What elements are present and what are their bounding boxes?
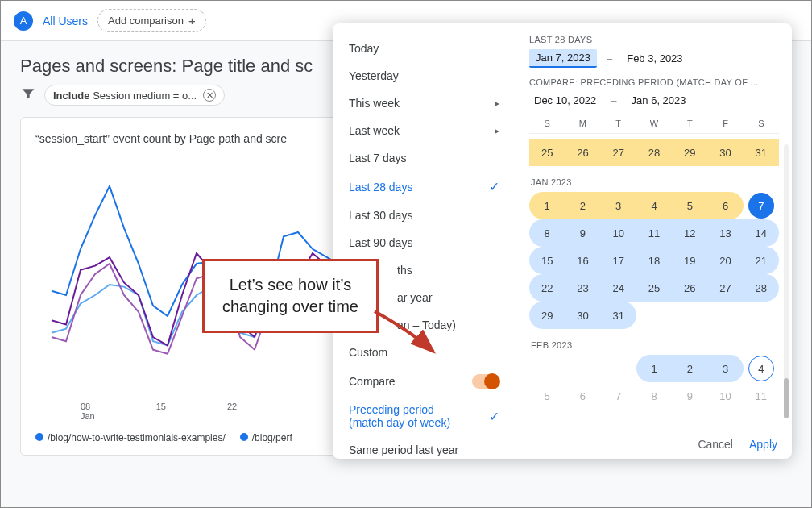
cal-day[interactable]: 8: [636, 382, 672, 410]
cal-day[interactable]: 6: [707, 192, 743, 219]
cal-day[interactable]: 5: [529, 382, 565, 410]
callout-line-1: Let’s see how it’s: [222, 274, 358, 296]
cal-day[interactable]: 3: [601, 192, 636, 219]
check-icon: ✓: [489, 179, 499, 194]
compare-toggle[interactable]: [472, 374, 499, 389]
cal-day[interactable]: 29: [672, 139, 707, 166]
avatar[interactable]: A: [14, 11, 33, 31]
cal-day[interactable]: 9: [672, 382, 707, 410]
filter-chip[interactable]: Include Session medium = o... ✕: [44, 85, 225, 106]
cal-day[interactable]: 26: [672, 274, 707, 302]
cal-day[interactable]: 17: [601, 247, 636, 274]
preset-same-period[interactable]: Same period last year: [333, 436, 516, 459]
add-comparison-label: Add comparison: [108, 15, 184, 27]
cal-day[interactable]: 27: [601, 139, 636, 166]
range-compare-header: COMPARE: PRECEDING PERIOD (MATCH DAY OF …: [529, 77, 779, 87]
compare-toggle-row: Compare: [333, 366, 516, 396]
cal-day[interactable]: 31: [744, 139, 779, 166]
cancel-button[interactable]: Cancel: [698, 438, 733, 451]
cal-day[interactable]: 30: [565, 302, 600, 329]
cal-day[interactable]: 16: [565, 247, 600, 274]
cal-day[interactable]: 20: [707, 247, 743, 274]
dash-icon: –: [607, 52, 612, 65]
cal-day[interactable]: 9: [565, 219, 600, 247]
month-label-feb: FEB 2023: [531, 340, 779, 350]
annotation-callout: Let’s see how it’s changing over time: [202, 259, 379, 333]
calendar-grid-jan: 1 2 3 4 5 6 7 8 9 10 11 12 13 14 15 16 1…: [529, 192, 779, 329]
cal-day[interactable]: 1: [529, 192, 565, 219]
cal-day[interactable]: 14: [744, 219, 779, 247]
cal-day[interactable]: 4: [636, 192, 672, 219]
cal-day[interactable]: 11: [744, 382, 779, 410]
filter-text: Session medium = o...: [93, 90, 197, 102]
close-icon[interactable]: ✕: [203, 89, 216, 102]
calendar-grid-feb: 1 2 3 4 5 6 7 8 9 10 11: [529, 355, 779, 410]
cal-day[interactable]: 29: [529, 302, 565, 329]
cal-day[interactable]: 27: [707, 274, 743, 302]
cal-day[interactable]: 10: [601, 219, 636, 247]
legend-item: /blog/how-to-write-testimonials-examples…: [48, 432, 226, 443]
preset-last-28[interactable]: Last 28 days✓: [333, 172, 516, 202]
cal-day-selected-start[interactable]: 7: [744, 192, 779, 219]
compare-start-input[interactable]: Dec 10, 2022: [529, 92, 601, 109]
legend-dot-icon: [240, 433, 248, 441]
all-users-chip[interactable]: All Users: [43, 15, 88, 27]
cal-day[interactable]: 21: [744, 247, 779, 274]
cal-day[interactable]: 5: [672, 192, 707, 219]
calendar-scrollbar[interactable]: [784, 144, 789, 418]
preset-last-week[interactable]: Last week▸: [333, 117, 516, 144]
filter-prefix: Include: [53, 90, 90, 102]
cal-day[interactable]: 10: [707, 382, 743, 410]
compare-end-input[interactable]: Jan 6, 2023: [627, 92, 691, 109]
cal-day[interactable]: 15: [529, 247, 565, 274]
cal-day[interactable]: 8: [529, 219, 565, 247]
cal-day[interactable]: 23: [565, 274, 600, 302]
range-start-input[interactable]: Jan 7, 2023: [529, 49, 597, 68]
preset-last-90[interactable]: Last 90 days: [333, 229, 516, 256]
cal-day[interactable]: 22: [529, 274, 565, 302]
cal-day[interactable]: 1: [636, 355, 672, 382]
filter-icon[interactable]: [20, 85, 36, 105]
legend-dot-icon: [35, 433, 44, 441]
cal-day[interactable]: 18: [636, 247, 672, 274]
check-icon: ✓: [489, 409, 499, 424]
cal-day[interactable]: 28: [744, 274, 779, 302]
cal-day[interactable]: 2: [672, 355, 707, 382]
cal-day[interactable]: 12: [672, 219, 707, 247]
range-compare-line: Dec 10, 2022 – Jan 6, 2023: [529, 92, 779, 109]
cal-day[interactable]: 28: [636, 139, 672, 166]
cal-day[interactable]: 11: [636, 219, 672, 247]
cal-day-today[interactable]: 4: [744, 355, 779, 382]
cal-day[interactable]: 7: [601, 382, 636, 410]
callout-line-2: changing over time: [222, 296, 358, 318]
cal-day[interactable]: 3: [707, 355, 743, 382]
cal-day[interactable]: 25: [636, 274, 672, 302]
day-of-week-header: SMTWTFS: [529, 119, 779, 134]
month-label-jan: JAN 2023: [531, 177, 779, 187]
preset-today[interactable]: Today: [333, 35, 516, 62]
cal-day[interactable]: 25: [529, 139, 565, 166]
preset-preceding-period[interactable]: Preceding period(match day of week) ✓: [333, 396, 516, 436]
apply-button[interactable]: Apply: [749, 438, 777, 451]
chevron-right-icon: ▸: [495, 98, 499, 109]
cal-day[interactable]: 6: [565, 382, 600, 410]
cal-day[interactable]: 13: [707, 219, 743, 247]
plus-icon: +: [188, 14, 196, 27]
add-comparison-button[interactable]: Add comparison +: [97, 9, 206, 32]
dash-icon: –: [611, 94, 616, 106]
cal-day[interactable]: 26: [565, 139, 600, 166]
preset-this-week[interactable]: This week▸: [333, 90, 516, 117]
cal-day[interactable]: 24: [601, 274, 636, 302]
cal-day[interactable]: 2: [565, 192, 600, 219]
date-range-popover: Today Yesterday This week▸ Last week▸ La…: [333, 23, 792, 459]
cal-day[interactable]: 19: [672, 247, 707, 274]
preset-column: Today Yesterday This week▸ Last week▸ La…: [333, 23, 516, 459]
chevron-right-icon: ▸: [495, 125, 499, 136]
range-end-input[interactable]: Feb 3, 2023: [622, 50, 687, 67]
preset-yesterday[interactable]: Yesterday: [333, 62, 516, 90]
preset-last-7[interactable]: Last 7 days: [333, 144, 516, 172]
cal-day[interactable]: 31: [601, 302, 636, 329]
cal-day[interactable]: 30: [707, 139, 743, 166]
preset-last-30[interactable]: Last 30 days: [333, 202, 516, 229]
range-primary-line: Jan 7, 2023 – Feb 3, 2023: [529, 49, 779, 68]
